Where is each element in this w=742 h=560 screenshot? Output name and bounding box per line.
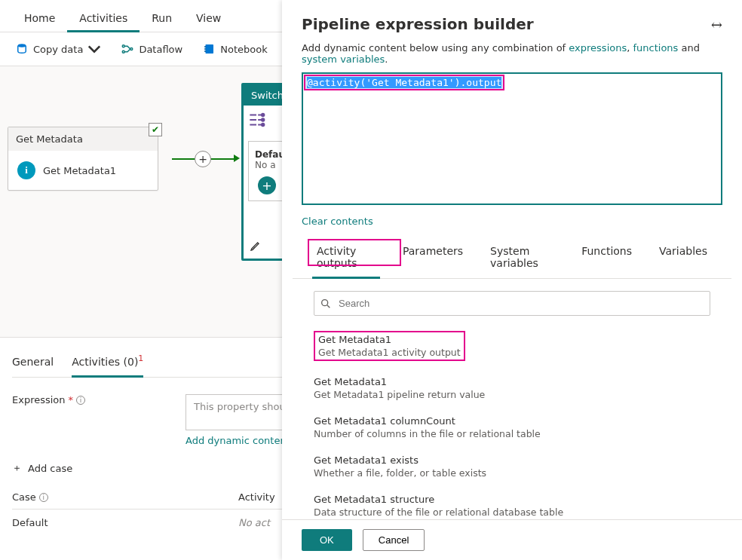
arrow-icon [234,155,240,162]
svg-point-8 [262,114,264,116]
results-list[interactable]: Get Metadata1 Get Metadata1 activity out… [282,323,730,519]
expand-icon[interactable]: ⤢ [707,14,726,33]
svg-rect-6 [204,48,206,50]
info-icon: i [17,161,35,179]
tab-system-variables[interactable]: System variables [486,237,559,278]
dataflow-icon [121,42,134,56]
info-icon[interactable]: i [76,396,85,405]
tab-activity-outputs[interactable]: Activity outputs [312,237,380,278]
add-activity-connector[interactable]: + [195,151,211,167]
svg-point-10 [262,124,264,126]
svg-rect-4 [206,44,214,54]
result-item[interactable]: Get Metadata1 columnCount Number of colu… [314,408,710,447]
tab-run[interactable]: Run [140,6,184,32]
dataflow-button[interactable]: Dataflow [118,40,186,58]
panel-footer: OK Cancel [282,519,742,560]
dataflow-label: Dataflow [139,44,182,55]
tab-view[interactable]: View [184,6,233,32]
search-icon [320,298,332,310]
plus-icon: ＋ [12,461,22,475]
tab-error-badge: 1 [138,353,143,363]
notebook-button[interactable]: Notebook [199,40,270,58]
info-icon[interactable]: i [39,493,48,502]
svg-point-0 [18,44,26,47]
node-header: Get Metadata [8,127,158,151]
functions-link[interactable]: functions [633,42,678,54]
expression-value: @activity('Get Metadata1').output [304,75,504,90]
tab-functions[interactable]: Functions [577,237,636,278]
cancel-button[interactable]: Cancel [363,529,425,551]
svg-point-1 [123,45,125,47]
add-case-button[interactable]: + [258,176,276,194]
notebook-icon [202,42,216,56]
tab-home[interactable]: Home [12,6,67,32]
ok-button[interactable]: OK [302,529,352,551]
expression-builder-panel: Pipeline expression builder ⤢ Add dynami… [282,0,742,560]
builder-tabs: Activity outputs Parameters System varia… [293,237,731,279]
get-metadata-node[interactable]: Get Metadata i Get Metadata1 ✔ [8,127,158,191]
pencil-icon[interactable] [250,240,262,254]
svg-point-9 [262,118,264,121]
tab-variables[interactable]: Variables [655,237,712,278]
result-item[interactable]: Get Metadata1 Get Metadata1 pipeline ret… [314,369,710,408]
expression-label: Expression * i [12,394,163,405]
svg-point-11 [322,299,328,305]
database-icon [15,42,29,56]
config-tab-general[interactable]: General [12,350,54,377]
config-tab-activities[interactable]: Activities (0)1 [72,350,143,377]
notebook-label: Notebook [220,44,267,55]
panel-subtitle: Add dynamic content below using any comb… [282,39,742,72]
svg-point-3 [130,48,133,50]
system-variables-link[interactable]: system variables [302,54,385,65]
panel-title: Pipeline expression builder [302,15,534,33]
result-item[interactable]: Get Metadata1 Get Metadata1 activity out… [314,323,710,369]
svg-point-2 [123,50,125,53]
result-item[interactable]: Get Metadata1 exists Whether a file, fol… [314,447,710,486]
copy-data-button[interactable]: Copy data [12,40,104,58]
expressions-link[interactable]: expressions [569,42,627,54]
search-input[interactable] [314,291,710,316]
node-label: Get Metadata1 [43,165,116,176]
clear-contents-link[interactable]: Clear contents [302,216,373,227]
result-item[interactable]: Get Metadata1 structure Data structure o… [314,486,710,519]
chevron-down-icon [87,42,101,56]
expression-textarea[interactable]: @activity('Get Metadata1').output [302,72,722,205]
tab-activities[interactable]: Activities [67,6,140,32]
copy-data-label: Copy data [33,44,83,55]
tab-parameters[interactable]: Parameters [398,237,468,278]
success-check-icon: ✔ [149,123,162,136]
svg-rect-7 [204,50,206,52]
svg-rect-5 [204,46,206,47]
